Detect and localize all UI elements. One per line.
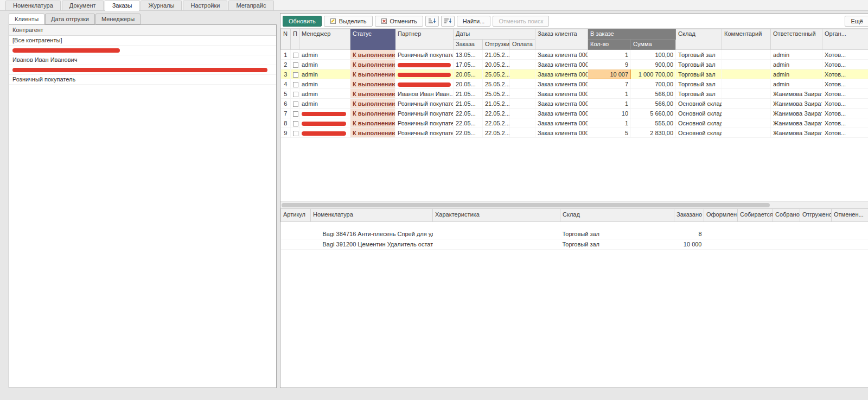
top-tab-document[interactable]: Документ	[62, 1, 104, 10]
top-tab-settings[interactable]: Настройки	[183, 1, 227, 10]
items-col-nomenclature[interactable]: Номенклатура	[311, 209, 433, 222]
order-cell-manager: admin	[299, 50, 350, 60]
left-tab-ship-date[interactable]: Дата отгрузки	[45, 14, 95, 24]
order-cell-responsible: admin	[771, 79, 822, 89]
order-cell-n: 8	[281, 118, 291, 128]
order-row[interactable]: 3adminК выполнению / ...20.05...25.05.2.…	[281, 69, 868, 79]
horizontal-scrollbar[interactable]	[280, 201, 868, 208]
counterparty-item[interactable]: [Все контрагенты]	[9, 36, 276, 46]
sort-descending-button[interactable]	[441, 16, 455, 27]
col-header-warehouse[interactable]: Склад	[676, 29, 722, 50]
order-cell-organization: Хотов...	[822, 60, 868, 69]
cancel-selection-button[interactable]: Отменить	[375, 16, 423, 27]
item-row[interactable]: Bagi 391200 Цементин Удалитель остатков …	[281, 239, 868, 250]
row-checkbox[interactable]	[293, 62, 298, 68]
redaction-mark	[398, 63, 451, 67]
row-checkbox[interactable]	[293, 82, 298, 87]
row-checkbox[interactable]	[293, 101, 298, 107]
col-header-client-order[interactable]: Заказ клиента	[535, 29, 588, 50]
order-cell-manager	[299, 118, 350, 128]
row-checkbox[interactable]	[293, 72, 298, 78]
order-cell-client-order: Заказ клиента 000...	[535, 50, 588, 60]
more-button[interactable]: Ещё	[845, 16, 868, 27]
order-cell-status: К выполнению / ...	[350, 89, 395, 99]
col-header-checkbox[interactable]: П	[291, 29, 299, 50]
order-cell-ship-date: 25.05.2...	[483, 89, 510, 99]
row-checkbox[interactable]	[293, 53, 298, 58]
order-row[interactable]: 2adminК выполнению / ...17.05...20.05.2.…	[281, 60, 868, 69]
order-cell-responsible: admin	[771, 60, 822, 69]
cancel-search-button[interactable]: Отменить поиск	[493, 16, 549, 27]
items-col-collecting[interactable]: Собирается	[738, 209, 773, 222]
order-row[interactable]: 1adminК выполнению / ...Розничный покупа…	[281, 50, 868, 60]
select-button[interactable]: Выделить	[324, 16, 373, 27]
order-row[interactable]: 5adminК выполнению / ...Иванов Иван Иван…	[281, 89, 868, 99]
col-header-comment[interactable]: Комментарий	[722, 29, 771, 50]
horizontal-scrollbar-thumb[interactable]	[282, 203, 770, 207]
top-tab-nomenclature[interactable]: Номенклатура	[5, 1, 61, 10]
row-checkbox[interactable]	[293, 131, 298, 136]
col-header-organization[interactable]: Орган...	[822, 29, 868, 50]
order-row[interactable]: 6adminК выполнению / ...Розничный покупа…	[281, 99, 868, 109]
items-col-shipped[interactable]: Отгружено	[800, 209, 832, 222]
order-cell-sum: 5 660,00	[631, 109, 676, 118]
col-header-n[interactable]: N	[281, 29, 291, 50]
redaction-mark	[302, 112, 346, 116]
counterparty-item[interactable]: Иванов Иван Иванович	[9, 55, 276, 65]
col-header-dates-group[interactable]: Даты	[454, 29, 535, 40]
order-row[interactable]: 7К выполнению / ...Розничный покупатель2…	[281, 109, 868, 118]
items-spacer-cell	[281, 222, 868, 229]
item-cell-ordered: 8	[674, 229, 704, 239]
col-header-order-date[interactable]: Заказа	[454, 40, 483, 50]
order-cell-payment	[510, 99, 535, 109]
order-cell-organization: Хотов...	[822, 118, 868, 128]
order-cell-check	[291, 79, 299, 89]
order-cell-sum: 566,00	[631, 99, 676, 109]
counterparty-column-header[interactable]: Контрагент	[9, 25, 276, 36]
order-cell-manager	[299, 128, 350, 138]
counterparty-list: [Все контрагенты]Иванов Иван ИвановичРоз…	[9, 36, 276, 85]
order-row[interactable]: 4adminК выполнению / ...20.05...25.05.2.…	[281, 79, 868, 89]
order-row[interactable]: 9К выполнению / ...Розничный покупатель2…	[281, 128, 868, 138]
item-cell-article	[281, 239, 311, 250]
col-header-partner[interactable]: Партнер	[395, 29, 454, 50]
col-header-in-order-group[interactable]: В заказе	[588, 29, 676, 40]
col-header-responsible[interactable]: Ответственный	[771, 29, 822, 50]
order-cell-warehouse: Торговый зал	[676, 89, 722, 99]
top-tab-orders[interactable]: Заказы	[105, 0, 140, 11]
col-header-status[interactable]: Статус	[350, 29, 395, 50]
order-cell-sum: 700,00	[631, 79, 676, 89]
items-col-characteristic[interactable]: Характеристика	[433, 209, 560, 222]
left-tab-clients[interactable]: Клиенты	[9, 14, 44, 24]
left-tab-managers[interactable]: Менеджеры	[95, 14, 141, 24]
items-col-formed[interactable]: Оформлено	[704, 209, 738, 222]
order-cell-warehouse: Основной склад	[676, 118, 722, 128]
col-header-sum[interactable]: Сумма	[631, 40, 676, 50]
counterparty-item[interactable]: Розничный покупатель	[9, 75, 276, 85]
items-col-ordered[interactable]: Заказано	[674, 209, 704, 222]
order-cell-organization: Хотов...	[822, 89, 868, 99]
counterparty-item[interactable]	[9, 65, 276, 75]
items-col-collected[interactable]: Собрано	[773, 209, 800, 222]
items-col-cancelled[interactable]: Отменен...	[832, 209, 868, 222]
order-cell-sum: 2 830,00	[631, 128, 676, 138]
top-tab-journals[interactable]: Журналы	[141, 1, 182, 10]
item-row[interactable]: Bagi 384716 Анти-плесень Спрей для удале…	[281, 229, 868, 239]
col-header-payment[interactable]: Оплата	[510, 40, 535, 50]
top-tab-megaprice[interactable]: Мегапрайс	[228, 1, 273, 10]
counterparty-item[interactable]	[9, 46, 276, 55]
sort-ascending-button[interactable]	[425, 16, 439, 27]
col-header-ship-date[interactable]: Отгрузки	[483, 40, 510, 50]
items-col-warehouse[interactable]: Склад	[560, 209, 674, 222]
find-button[interactable]: Найти...	[457, 16, 491, 27]
items-col-article[interactable]: Артикул	[281, 209, 311, 222]
row-checkbox[interactable]	[293, 121, 298, 126]
col-header-qty[interactable]: Кол-во	[588, 40, 631, 50]
order-cell-qty: 7	[588, 79, 631, 89]
row-checkbox[interactable]	[293, 111, 298, 117]
refresh-button[interactable]: Обновить	[283, 16, 322, 27]
order-cell-ship-date: 22.05.2...	[483, 109, 510, 118]
col-header-manager[interactable]: Менеджер	[299, 29, 350, 50]
order-row[interactable]: 8К выполнению / ...Розничный покупатель2…	[281, 118, 868, 128]
row-checkbox[interactable]	[293, 92, 298, 97]
